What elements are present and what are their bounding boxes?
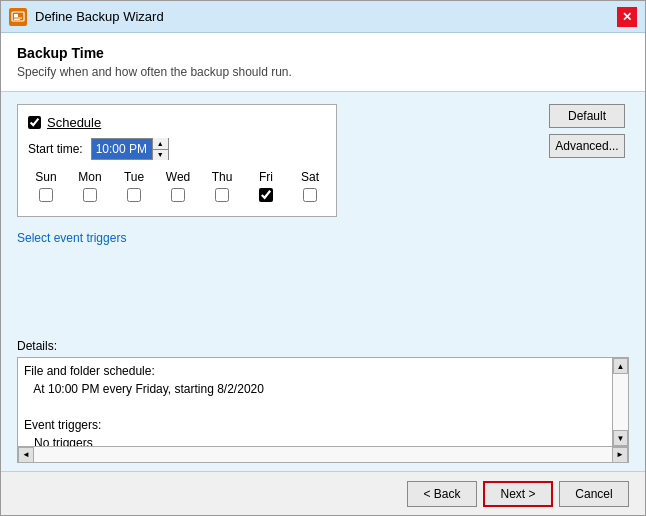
app-icon <box>9 8 27 26</box>
day-checkbox-fri[interactable] <box>259 188 273 202</box>
main-window: Define Backup Wizard ✕ Backup Time Speci… <box>0 0 646 516</box>
title-bar: Define Backup Wizard ✕ <box>1 1 645 33</box>
details-outer: File and folder schedule: At 10:00 PM ev… <box>17 357 629 463</box>
details-label: Details: <box>17 339 629 353</box>
day-checkbox-tue[interactable] <box>127 188 141 202</box>
schedule-checkbox[interactable] <box>28 116 41 129</box>
scroll-track <box>613 374 628 430</box>
cancel-button[interactable]: Cancel <box>559 481 629 507</box>
details-hscrollbar: ◄ ► <box>18 446 628 462</box>
close-button[interactable]: ✕ <box>617 7 637 27</box>
header-title: Backup Time <box>17 45 629 61</box>
right-panel: Default Advanced... <box>549 104 629 327</box>
default-button[interactable]: Default <box>549 104 625 128</box>
window-title: Define Backup Wizard <box>35 9 164 24</box>
details-scrollbar: ▲ ▼ <box>612 358 628 446</box>
day-label-sat: Sat <box>301 170 319 184</box>
day-wed: Wed <box>164 170 192 202</box>
spin-up-button[interactable]: ▲ <box>153 138 168 150</box>
day-label-mon: Mon <box>78 170 101 184</box>
spin-buttons: ▲ ▼ <box>152 138 168 160</box>
header-section: Backup Time Specify when and how often t… <box>1 33 645 92</box>
header-subtitle: Specify when and how often the backup sh… <box>17 65 629 79</box>
content-area: Backup Time Specify when and how often t… <box>1 33 645 471</box>
schedule-header: Schedule <box>28 115 326 130</box>
start-time-label: Start time: <box>28 142 83 156</box>
time-input[interactable] <box>92 139 152 159</box>
day-thu: Thu <box>208 170 236 202</box>
scroll-down-button[interactable]: ▼ <box>613 430 628 446</box>
day-label-wed: Wed <box>166 170 190 184</box>
back-button[interactable]: < Back <box>407 481 477 507</box>
day-checkbox-thu[interactable] <box>215 188 229 202</box>
start-time-row: Start time: ▲ ▼ <box>28 138 326 160</box>
spin-down-button[interactable]: ▼ <box>153 150 168 161</box>
hscroll-left-button[interactable]: ◄ <box>18 447 34 463</box>
schedule-label: Schedule <box>47 115 101 130</box>
details-text: File and folder schedule: At 10:00 PM ev… <box>18 358 612 446</box>
footer: < Back Next > Cancel <box>1 471 645 515</box>
details-inner: File and folder schedule: At 10:00 PM ev… <box>18 358 628 446</box>
day-checkbox-sat[interactable] <box>303 188 317 202</box>
svg-rect-1 <box>14 14 18 17</box>
event-trigger-link[interactable]: Select event triggers <box>17 231 537 245</box>
day-checkbox-mon[interactable] <box>83 188 97 202</box>
day-label-fri: Fri <box>259 170 273 184</box>
time-input-wrapper: ▲ ▼ <box>91 138 169 160</box>
day-sat: Sat <box>296 170 324 202</box>
hscroll-right-button[interactable]: ► <box>612 447 628 463</box>
main-content: Schedule Start time: ▲ ▼ <box>1 92 645 339</box>
advanced-button[interactable]: Advanced... <box>549 134 625 158</box>
details-section: Details: File and folder schedule: At 10… <box>1 339 645 471</box>
day-label-sun: Sun <box>35 170 56 184</box>
day-tue: Tue <box>120 170 148 202</box>
day-mon: Mon <box>76 170 104 202</box>
day-label-thu: Thu <box>212 170 233 184</box>
day-label-tue: Tue <box>124 170 144 184</box>
day-checkbox-wed[interactable] <box>171 188 185 202</box>
hscroll-track <box>34 447 612 462</box>
scroll-up-button[interactable]: ▲ <box>613 358 628 374</box>
schedule-box: Schedule Start time: ▲ ▼ <box>17 104 337 217</box>
details-line-1: File and folder schedule: At 10:00 PM ev… <box>24 364 264 446</box>
next-button[interactable]: Next > <box>483 481 553 507</box>
day-fri: Fri <box>252 170 280 202</box>
day-checkbox-sun[interactable] <box>39 188 53 202</box>
left-panel: Schedule Start time: ▲ ▼ <box>17 104 537 327</box>
days-row: Sun Mon Tue Wed <box>28 170 326 202</box>
day-sun: Sun <box>32 170 60 202</box>
title-bar-left: Define Backup Wizard <box>9 8 164 26</box>
